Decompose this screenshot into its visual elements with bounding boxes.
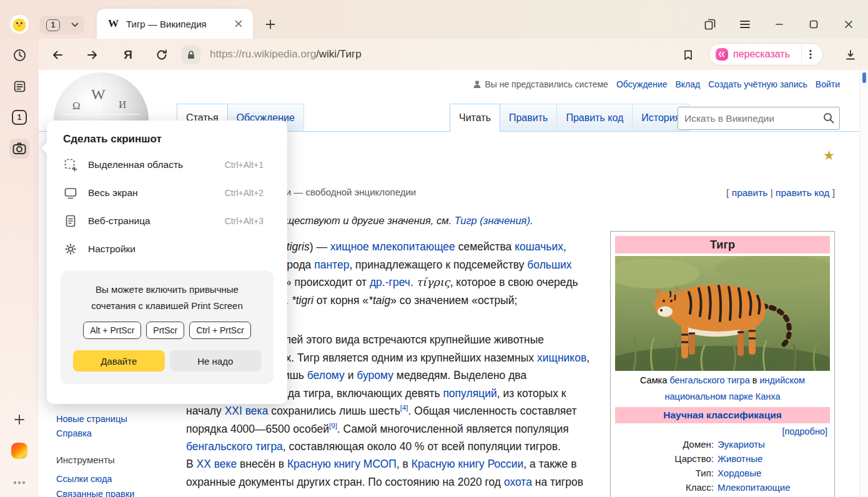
inline-link[interactable]: Тигр (значения) — [455, 215, 530, 226]
key-prtscr[interactable]: PrtScr — [146, 322, 184, 339]
personal-link-login[interactable]: Войти — [816, 79, 840, 89]
option-selected-area[interactable]: Выделенная область Ctrl+Alt+1 — [47, 150, 287, 179]
kebab-menu-icon[interactable] — [801, 46, 819, 63]
taxo-value-link[interactable]: Эукариоты — [718, 438, 765, 451]
decline-button[interactable]: Не надо — [170, 350, 262, 372]
inline-link[interactable]: бенгальского тигра — [186, 440, 283, 453]
taxo-label: Класс: — [615, 481, 714, 494]
yandex-search-icon[interactable]: Я — [120, 47, 136, 63]
option-settings[interactable]: Настройки — [47, 235, 287, 263]
classification-header-link[interactable]: Научная классификация — [615, 407, 830, 423]
ref-link[interactable]: [9] — [329, 422, 337, 430]
tab-group-selector[interactable]: 1 — [39, 16, 84, 34]
inline-link[interactable]: Красную книгу России — [412, 458, 524, 470]
key-alt-prtscr[interactable]: Alt + PrtScr — [83, 322, 141, 339]
active-tab[interactable]: W Тигр — Википедия — [97, 9, 253, 39]
ref-link[interactable]: [4] — [400, 404, 408, 411]
address-bar[interactable]: https://ru.wikipedia.org/wiki/Тигр — [210, 48, 362, 61]
maximize-button[interactable] — [806, 16, 822, 32]
sidebar-link-new-pages[interactable]: Новые страницы — [56, 414, 127, 424]
text-segment: *tigri — [292, 294, 313, 307]
article-line: В XX веке внесён в Красную книгу МСОП, в… — [186, 455, 576, 473]
tab-edit-source[interactable]: Править код — [557, 104, 633, 132]
key-ctrl-prtscr[interactable]: Ctrl + PrtScr — [189, 322, 251, 339]
personal-link-contribs[interactable]: Вклад — [675, 79, 700, 89]
taxobox: Тигр — [610, 231, 835, 497]
inline-link[interactable]: править код — [776, 187, 829, 198]
screenshot-popup: Сделать скриншот Выделенная область Ctrl… — [47, 121, 287, 404]
side-panel-icon[interactable] — [702, 16, 718, 32]
inline-link[interactable]: править — [732, 187, 768, 198]
featured-star-icon[interactable]: ★ — [823, 149, 835, 162]
inline-link[interactable]: хищное млекопитающее — [330, 240, 455, 253]
avatar-image — [10, 15, 29, 34]
back-icon[interactable] — [50, 47, 65, 62]
tab-close-icon[interactable] — [232, 17, 245, 31]
inline-link[interactable]: пантер — [314, 258, 349, 271]
inline-link[interactable]: кошачьих — [515, 240, 563, 253]
scrollbar-thumb[interactable] — [862, 72, 866, 83]
taxo-row: Тип: Хордовые — [615, 467, 830, 480]
details-link[interactable]: [подробно] — [615, 426, 830, 436]
collections-icon[interactable] — [11, 78, 27, 94]
add-panel-icon[interactable] — [11, 411, 27, 428]
text-segment: . — [530, 215, 533, 226]
minimize-button[interactable] — [771, 16, 787, 32]
sidebar-link-help[interactable]: Справка — [56, 428, 92, 438]
retell-label: пересказать — [733, 49, 801, 60]
tab-edit[interactable]: Править — [500, 104, 557, 132]
search-input[interactable] — [678, 107, 840, 130]
browser-sidebar: 1 — [0, 39, 39, 497]
text-segment: сохранились лишь шесть — [268, 405, 400, 417]
personal-link-create-account[interactable]: Создать учётную запись — [708, 79, 807, 89]
text-segment: В — [186, 458, 197, 470]
reload-icon[interactable] — [154, 47, 169, 62]
forward-icon[interactable] — [85, 47, 100, 62]
inline-link[interactable]: белому — [307, 369, 345, 381]
sidebar-link-what-links-here[interactable]: Ссылки сюда — [56, 474, 112, 484]
option-web-page[interactable]: Веб-страница Ctrl+Alt+3 — [47, 207, 287, 235]
search-icon[interactable] — [822, 112, 835, 127]
hint-text: Вы можете включить привычные сочетания с… — [73, 282, 261, 314]
inline-link[interactable]: бурому — [357, 369, 393, 381]
text-segment: ] — [829, 187, 835, 198]
taxo-value-link[interactable]: Млекопитающие — [718, 481, 791, 494]
tab-panel-icon[interactable]: 1 — [12, 110, 27, 125]
inline-link[interactable]: охота — [504, 476, 532, 488]
inline-link[interactable]: хищников — [537, 352, 586, 364]
more-icon[interactable] — [11, 475, 27, 491]
text-segment: в — [750, 375, 760, 385]
wiki-search — [678, 107, 840, 130]
inline-link[interactable]: популяций — [443, 387, 496, 400]
accept-button[interactable]: Давайте — [73, 350, 165, 372]
yandex-services-icon[interactable] — [11, 443, 27, 459]
downloads-icon[interactable] — [843, 47, 858, 62]
bookmark-flag-icon[interactable] — [681, 47, 696, 62]
screenshot-tool-icon[interactable] — [9, 139, 29, 159]
inline-link[interactable]: XX веке — [197, 458, 237, 470]
inline-link[interactable]: др.-греч. — [370, 276, 413, 288]
inline-link[interactable]: индийском — [759, 375, 805, 385]
menu-icon[interactable] — [737, 16, 753, 32]
site-lock-icon[interactable] — [182, 46, 200, 64]
chevron-down-icon[interactable] — [67, 22, 83, 27]
profile-avatar[interactable] — [10, 15, 29, 34]
inline-link[interactable]: больших — [527, 258, 571, 271]
taxo-value-link[interactable]: Хордовые — [718, 467, 761, 480]
personal-link-talk[interactable]: Обсуждение — [616, 79, 668, 89]
tiger-photo[interactable] — [615, 256, 830, 371]
inline-link[interactable]: бенгальского тигра — [669, 375, 749, 385]
history-icon[interactable] — [11, 47, 27, 63]
tab-read[interactable]: Читать — [450, 104, 500, 132]
option-full-screen[interactable]: Весь экран Ctrl+Alt+2 — [47, 179, 287, 207]
new-tab-button[interactable] — [262, 16, 279, 32]
text-segment: , составляющая около 40 % от всей популя… — [283, 440, 561, 453]
close-button[interactable] — [841, 16, 857, 32]
taxo-value-link[interactable]: Животные — [718, 453, 762, 465]
inline-link[interactable]: национальном парке Канха — [665, 391, 781, 401]
inline-link[interactable]: XXI века — [225, 405, 269, 417]
inline-link[interactable]: Красную книгу МСОП — [287, 458, 397, 470]
sidebar-link-related-changes[interactable]: Связанные правки — [56, 489, 134, 497]
page-scrollbar[interactable] — [859, 70, 868, 497]
retell-button[interactable]: пересказать — [709, 43, 823, 66]
